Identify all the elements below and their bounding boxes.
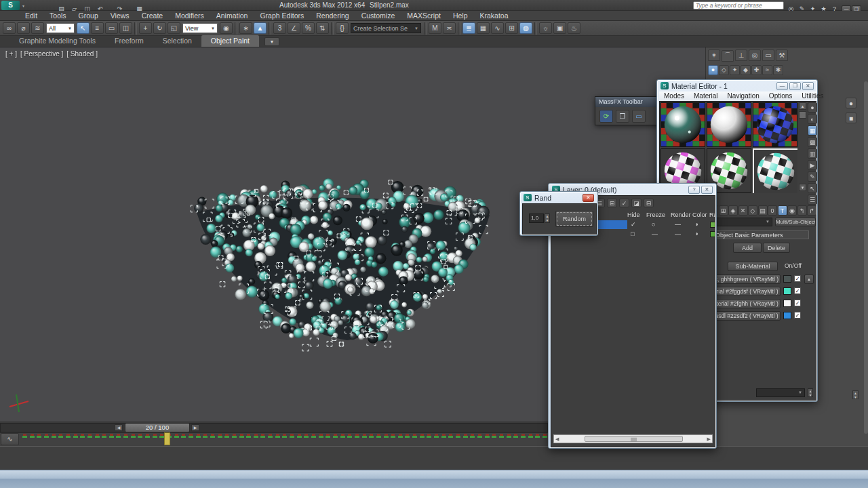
menu-animation[interactable]: Animation: [210, 11, 254, 20]
space-warps-category[interactable]: ≈: [762, 65, 772, 75]
close-icon[interactable]: ✕: [802, 82, 814, 90]
material-options-icon[interactable]: ✎: [808, 171, 817, 182]
motion-tab[interactable]: ◎: [749, 49, 761, 61]
go-forward-sibling-icon[interactable]: ↱: [807, 205, 816, 216]
sub-material-button-3[interactable]: sterial #2fghh ( VRayMtl ): [711, 299, 781, 308]
app-menu-arrow-icon[interactable]: ▾: [21, 3, 26, 9]
cameras-category[interactable]: ◆: [741, 65, 751, 75]
layer-manager-button[interactable]: ≣: [462, 22, 475, 34]
schematic-view-button[interactable]: ⊞: [505, 22, 518, 34]
random-value-field[interactable]: 1,0: [529, 214, 544, 223]
select-in-layer-icon[interactable]: ✓: [619, 199, 629, 207]
column-header-radio[interactable]: Radio: [709, 211, 715, 220]
close-icon[interactable]: ✕: [701, 186, 713, 194]
rendered-frame-window-button[interactable]: ▣: [553, 22, 566, 34]
backlight-icon[interactable]: ◐: [808, 114, 817, 124]
sub-material-color-swatch[interactable]: [783, 300, 791, 307]
menu-rendering[interactable]: Rendering: [310, 11, 355, 20]
sub-material-on-checkbox[interactable]: ✓: [794, 275, 801, 282]
material-slot-2[interactable]: [707, 102, 751, 147]
me-menu-utilities[interactable]: Utilities: [797, 92, 828, 101]
current-mark[interactable]: ✓: [631, 220, 636, 229]
reference-coordinate-system-dropdown[interactable]: View▼: [182, 23, 218, 33]
material-name-dropdown[interactable]: ▼: [709, 218, 772, 226]
search-input[interactable]: [693, 1, 784, 9]
modify-tab[interactable]: ⌒: [722, 50, 734, 62]
bottom-dropdown[interactable]: ▼: [756, 388, 805, 397]
freeze-cell[interactable]: —: [675, 220, 681, 229]
sub-material-color-swatch[interactable]: [783, 312, 791, 319]
render-cell[interactable]: ◗: [695, 220, 698, 229]
sub-material-on-checkbox[interactable]: ✓: [794, 312, 801, 319]
spinner-snap-button[interactable]: ⇅: [316, 22, 329, 34]
close-icon[interactable]: ✕: [583, 194, 594, 202]
tab-freeform[interactable]: Freeform: [105, 35, 153, 47]
menu-tools[interactable]: Tools: [43, 11, 73, 20]
curve-editor-button[interactable]: ∿: [491, 22, 504, 34]
unlink-selection-button[interactable]: ⌀: [17, 22, 30, 34]
hide-cell[interactable]: ○: [652, 220, 655, 229]
menu-group[interactable]: Group: [73, 11, 104, 20]
add-to-layer-icon[interactable]: ⊞: [607, 199, 617, 207]
basic-parameters-rollout[interactable]: -Object Basic Parameters: [710, 230, 809, 239]
me-menu-navigation[interactable]: Navigation: [723, 92, 764, 101]
mirror-button[interactable]: M: [429, 22, 441, 34]
systems-category[interactable]: ✱: [773, 65, 783, 75]
percent-snap-button[interactable]: %: [302, 22, 315, 34]
select-by-material-icon[interactable]: ↖: [808, 183, 817, 193]
sub-material-color-swatch[interactable]: [783, 287, 791, 295]
mini-curve-editor-button[interactable]: ∿: [1, 433, 19, 445]
material-editor-button[interactable]: ◍: [519, 22, 532, 34]
material-slot-6[interactable]: [753, 148, 797, 193]
highlight-layer-icon[interactable]: ◪: [631, 199, 642, 207]
tab-graphite-modeling-tools[interactable]: Graphite Modeling Tools: [9, 35, 105, 47]
render-setup-button[interactable]: ☼: [539, 22, 552, 34]
hide-cell[interactable]: —: [652, 230, 658, 239]
current-mark[interactable]: □: [631, 230, 634, 239]
make-unique-icon[interactable]: ◇: [748, 205, 757, 216]
previous-frame-arrow[interactable]: ◀: [115, 424, 123, 431]
ribbon-collapse-button[interactable]: ▼: [264, 37, 279, 46]
shapes-category[interactable]: ◇: [719, 65, 729, 75]
random-value-spinner[interactable]: ▲▼: [545, 214, 550, 223]
column-header-freeze[interactable]: Freeze: [646, 211, 665, 220]
select-place-button[interactable]: ▲: [254, 22, 267, 34]
sub-material-button-2[interactable]: srial #2fggdsf ( VRayMtl ): [711, 287, 781, 296]
tab-object-paint[interactable]: Object Paint: [201, 35, 259, 47]
sample-background-icon[interactable]: ▦: [808, 125, 817, 136]
menu-edit[interactable]: Edit: [19, 11, 43, 20]
sub-material-color-swatch[interactable]: [783, 275, 791, 283]
viewport-menu-shading[interactable]: [ Shaded ]: [66, 50, 98, 58]
column-header-render[interactable]: Render: [671, 211, 691, 220]
scroll-left-icon[interactable]: ◀: [555, 436, 559, 442]
material-type-button[interactable]: Multi/Sub-Object: [775, 218, 816, 226]
current-frame-marker[interactable]: [164, 432, 170, 445]
slots-scroll-up-icon[interactable]: ▲: [799, 102, 806, 110]
video-color-check-icon[interactable]: ▥: [808, 148, 817, 159]
panel-widget-square[interactable]: ■: [846, 113, 856, 123]
sub-material-button-4[interactable]: lasdl #22sdf2 ( VRayMtl ): [711, 311, 781, 321]
hierarchy-tab[interactable]: ⊥: [735, 49, 747, 61]
scroll-thumb[interactable]: ⦀⦀⦀: [585, 436, 683, 442]
use-pivot-center-button[interactable]: ◉: [220, 22, 233, 34]
select-and-manipulate-button[interactable]: ∗: [239, 22, 252, 34]
help-icon[interactable]: ?: [688, 186, 700, 194]
lights-category[interactable]: ✦: [730, 65, 740, 75]
show-end-result-icon[interactable]: ◉: [787, 205, 797, 216]
menu-create[interactable]: Create: [136, 11, 170, 20]
next-frame-arrow[interactable]: ▶: [191, 424, 199, 431]
menu-views[interactable]: Views: [104, 11, 136, 20]
viewport-label[interactable]: [ + ][ Perspective ][ Shaded ]: [5, 50, 101, 58]
command-panel-scrollbar[interactable]: [864, 81, 868, 434]
display-tab[interactable]: ▭: [762, 49, 774, 61]
make-preview-icon[interactable]: ▶: [808, 160, 817, 170]
slots-scroll-down-icon[interactable]: ▼: [799, 184, 806, 191]
material-editor-titlebar[interactable]: S Material Editor - 1 — ❐ ✕: [657, 80, 817, 92]
freeze-cell[interactable]: —: [675, 230, 681, 239]
angle-snap-button[interactable]: ∠: [288, 22, 300, 34]
material-slot-3[interactable]: [753, 102, 797, 147]
select-and-rotate-button[interactable]: ↻: [153, 22, 166, 34]
layer-color-swatch[interactable]: [710, 222, 715, 228]
helpers-category[interactable]: ✚: [751, 65, 762, 75]
delete-submaterial-button[interactable]: Delete: [763, 243, 790, 253]
